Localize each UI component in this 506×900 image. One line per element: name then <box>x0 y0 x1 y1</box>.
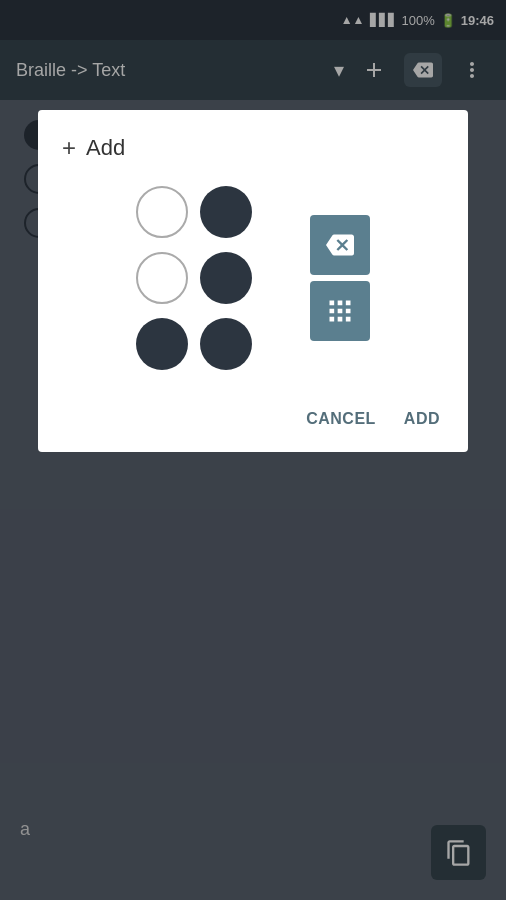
grid-side-button[interactable] <box>310 281 370 341</box>
dialog-title-row: + Add <box>62 134 444 162</box>
dialog-title: Add <box>86 135 125 161</box>
braille-cell-area <box>62 186 444 370</box>
add-confirm-button[interactable]: ADD <box>400 402 444 436</box>
dialog-add-icon: + <box>62 134 76 162</box>
dialog-side-buttons <box>310 215 370 341</box>
dialog-actions: CANCEL ADD <box>62 390 444 444</box>
cancel-button[interactable]: CANCEL <box>302 402 380 436</box>
dialog-overlay: + Add <box>0 0 506 900</box>
braille-cell-dots <box>136 186 250 370</box>
braille-dot-3[interactable] <box>136 252 188 304</box>
braille-dot-6[interactable] <box>200 318 252 370</box>
backspace-side-button[interactable] <box>310 215 370 275</box>
add-dialog: + Add <box>38 110 468 452</box>
braille-dot-5[interactable] <box>136 318 188 370</box>
backspace-side-icon <box>326 231 354 259</box>
grid-side-icon <box>326 297 354 325</box>
braille-dot-4[interactable] <box>200 252 252 304</box>
braille-dot-1[interactable] <box>136 186 188 238</box>
braille-dot-2[interactable] <box>200 186 252 238</box>
